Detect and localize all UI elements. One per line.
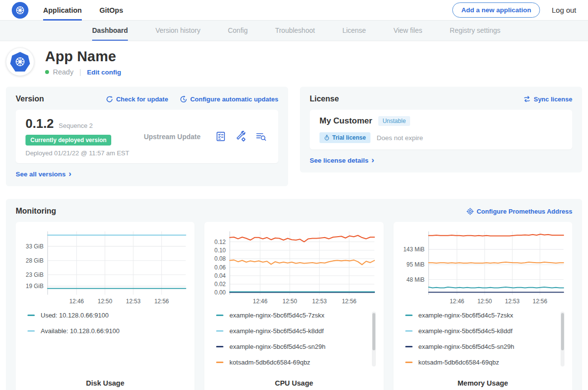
legend-item: Available: 10.128.0.66:9100 — [27, 327, 189, 335]
see-license-details-link[interactable]: See license details› — [310, 156, 572, 165]
update-type-label: Upstream Update — [129, 133, 215, 141]
subnav-tab-dashboard[interactable]: Dashboard — [92, 21, 128, 41]
app-header: App Name Ready | Edit config — [0, 41, 588, 84]
svg-text:0.04: 0.04 — [215, 272, 226, 279]
subnav-tab-registry-settings[interactable]: Registry settings — [450, 21, 500, 41]
legend-item: Used: 10.128.0.66:9100 — [27, 312, 189, 319]
svg-text:0.12: 0.12 — [215, 239, 226, 245]
topnav-tab-application[interactable]: Application — [43, 0, 82, 21]
cpu-usage-card: 0.120.100.080.060.040.020.0012:4612:5012… — [204, 222, 383, 390]
license-card: License Sync license My Customer Unstabl… — [300, 87, 582, 172]
legend-item: example-nginx-5bc6f5d4c5-k8ddf — [216, 327, 377, 335]
trial-license-badge: Trial license — [319, 132, 370, 143]
legend-swatch — [216, 330, 223, 332]
current-version-panel: 0.1.2 Sequence 2 Currently deployed vers… — [16, 110, 278, 163]
legend-swatch — [27, 330, 35, 332]
check-for-update-link[interactable]: Check for update — [106, 96, 168, 103]
legend-item: kotsadm-5db6dc6584-69qbz — [405, 359, 566, 366]
version-sequence: Sequence 2 — [59, 122, 93, 129]
kubernetes-heptagon-icon — [10, 52, 30, 72]
subnav-tab-config[interactable]: Config — [228, 21, 247, 41]
legend-label: Used: 10.128.0.66:9100 — [41, 312, 109, 319]
legend-item: kotsadm-5db6dc6584-69qbz — [216, 359, 377, 366]
configure-automatic-updates-link[interactable]: Configure automatic updates — [180, 96, 278, 103]
legend-item: example-nginx-5bc6f5d4c5-k8ddf — [405, 327, 566, 335]
version-card: Version Check for update Configure autom… — [6, 87, 288, 186]
svg-text:12:46: 12:46 — [449, 298, 464, 305]
svg-text:12:56: 12:56 — [533, 298, 547, 305]
svg-text:12:56: 12:56 — [342, 298, 357, 305]
svg-text:12:50: 12:50 — [98, 298, 112, 305]
divider: | — [79, 68, 81, 76]
legend-swatch — [216, 315, 223, 316]
legend-swatch — [216, 346, 223, 347]
license-detail-panel: My Customer Unstable Trial license Does … — [310, 110, 572, 149]
version-card-title: Version — [16, 95, 44, 103]
charts-row: 33 GiB28 GiB23 GiB19 GiB12:4612:5012:531… — [16, 222, 572, 390]
svg-text:0.00: 0.00 — [215, 289, 226, 296]
svg-text:12:46: 12:46 — [253, 298, 268, 305]
svg-text:12:53: 12:53 — [505, 298, 519, 305]
svg-text:12:50: 12:50 — [477, 298, 492, 305]
top-nav: ApplicationGitOps Add a new application … — [0, 0, 588, 21]
topnav-tab-gitops[interactable]: GitOps — [99, 0, 123, 21]
config-wrench-icon[interactable] — [235, 131, 246, 142]
legend-label: example-nginx-5bc6f5d4c5-k8ddf — [229, 327, 323, 335]
legend-item: example-nginx-5bc6f5d4c5-7zskx — [405, 312, 566, 319]
svg-text:0.08: 0.08 — [215, 255, 226, 262]
svg-text:0.10: 0.10 — [215, 247, 226, 254]
kubernetes-logo-icon — [12, 2, 28, 19]
app-sub-nav: DashboardVersion historyConfigTroublesho… — [0, 21, 588, 41]
page-title: App Name — [45, 49, 121, 65]
deployed-status-badge: Currently deployed version — [25, 135, 111, 146]
monitoring-title: Monitoring — [16, 207, 56, 216]
subnav-tab-view-files[interactable]: View files — [393, 21, 422, 41]
subnav-tab-troubleshoot[interactable]: Troubleshoot — [275, 21, 315, 41]
legend-swatch — [27, 315, 35, 316]
configure-prometheus-link[interactable]: Configure Prometheus Address — [466, 208, 572, 215]
svg-text:12:50: 12:50 — [283, 298, 297, 305]
schedule-icon — [180, 96, 187, 103]
legend-label: example-nginx-5bc6f5d4c5-7zskx — [418, 312, 514, 319]
svg-text:48 MiB: 48 MiB — [406, 276, 424, 283]
channel-badge: Unstable — [378, 116, 410, 126]
license-card-title: License — [310, 95, 339, 103]
disk-usage-chart: 33 GiB28 GiB23 GiB19 GiB12:4612:5012:531… — [22, 227, 189, 308]
logout-button[interactable]: Log out — [552, 6, 576, 14]
sync-license-link[interactable]: Sync license — [523, 96, 572, 103]
legend-scrollbar-thumb[interactable] — [372, 313, 375, 350]
svg-text:28 GiB: 28 GiB — [26, 257, 44, 264]
edit-config-link[interactable]: Edit config — [87, 69, 122, 76]
chevron-right-icon: › — [69, 170, 72, 178]
cpu-usage-title: CPU Usage — [210, 374, 377, 387]
ready-status-dot — [45, 70, 49, 74]
view-diff-icon[interactable] — [255, 131, 267, 142]
svg-text:12:53: 12:53 — [126, 298, 141, 305]
legend-swatch — [216, 362, 223, 363]
svg-text:0.06: 0.06 — [215, 264, 226, 271]
preflight-checks-icon[interactable] — [215, 131, 226, 142]
subnav-tab-version-history[interactable]: Version history — [155, 21, 200, 41]
svg-text:12:46: 12:46 — [69, 298, 84, 305]
legend-scrollbar-track[interactable] — [372, 312, 376, 366]
disk-usage-title: Disk Usage — [22, 374, 189, 387]
svg-text:12:56: 12:56 — [154, 298, 169, 305]
svg-text:95 MiB: 95 MiB — [406, 261, 424, 268]
topnav-tabs: ApplicationGitOps — [43, 0, 123, 21]
memory-usage-title: Memory Usage — [399, 374, 566, 387]
sync-icon — [523, 96, 531, 103]
legend-scrollbar-track[interactable] — [561, 312, 564, 366]
legend-scrollbar-thumb[interactable] — [561, 313, 564, 350]
chevron-right-icon: › — [371, 156, 374, 164]
subnav-tab-license[interactable]: License — [343, 21, 366, 41]
customer-name: My Customer — [319, 116, 372, 126]
disk-usage-legend: Used: 10.128.0.66:9100Available: 10.128.… — [27, 312, 189, 370]
legend-label: example-nginx-5bc6f5d4c5-7zskx — [229, 312, 324, 319]
add-application-button[interactable]: Add a new application — [452, 2, 540, 18]
memory-usage-chart: 143 MiB95 MiB48 MiB12:4612:5012:5312:56 — [399, 227, 566, 308]
legend-label: kotsadm-5db6dc6584-69qbz — [229, 359, 310, 366]
version-number: 0.1.2 — [25, 116, 54, 131]
legend-label: example-nginx-5bc6f5d4c5-sn29h — [229, 343, 325, 350]
legend-swatch — [405, 315, 413, 316]
see-all-versions-link[interactable]: See all versions› — [16, 170, 278, 178]
